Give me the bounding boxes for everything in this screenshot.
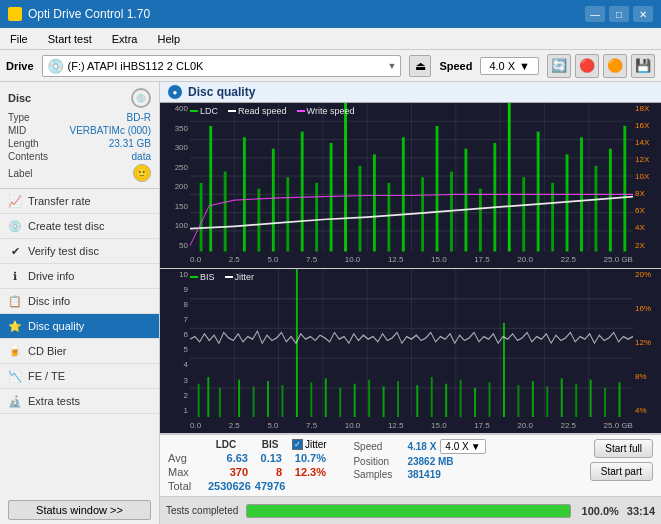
svg-rect-73: [397, 381, 399, 417]
disc-panel: Disc 💿 Type BD-R MID VERBATIMc (000) Len…: [0, 82, 159, 189]
svg-rect-83: [546, 386, 548, 417]
speed-key: Speed: [353, 441, 403, 452]
sidebar-item-transfer-rate-label: Transfer rate: [28, 195, 91, 207]
svg-rect-32: [436, 126, 439, 252]
stats-bar: LDC BIS ✓ Jitter Avg 6.63 0.13 10.7% Max: [160, 434, 661, 496]
position-row: Position 23862 MB: [353, 456, 485, 467]
chart-bottom-plot: [190, 269, 633, 418]
svg-rect-39: [537, 132, 540, 252]
sidebar-item-extra-tests-label: Extra tests: [28, 395, 80, 407]
svg-rect-16: [200, 183, 203, 252]
menu-extra[interactable]: Extra: [106, 32, 144, 46]
svg-rect-72: [383, 386, 385, 417]
legend-read-speed: Read speed: [228, 106, 287, 116]
sidebar-item-drive-info-label: Drive info: [28, 270, 74, 282]
sidebar-item-drive-info[interactable]: ℹ Drive info: [0, 264, 159, 289]
speed-select-control[interactable]: 4.0 X ▼: [440, 439, 485, 454]
eject-button[interactable]: ⏏: [409, 55, 431, 77]
stats-total-row: Total 2530626 47976: [168, 480, 329, 492]
start-full-button[interactable]: Start full: [594, 439, 653, 458]
sidebar-item-fe-te[interactable]: 📉 FE / TE: [0, 364, 159, 389]
svg-rect-63: [253, 386, 255, 417]
sidebar-item-create-test-disc-label: Create test disc: [28, 220, 104, 232]
svg-rect-85: [575, 383, 577, 417]
legend-write-speed-label: Write speed: [307, 106, 355, 116]
legend-read-speed-label: Read speed: [238, 106, 287, 116]
sidebar-item-transfer-rate[interactable]: 📈 Transfer rate: [0, 189, 159, 214]
stats-header-row: LDC BIS ✓ Jitter: [204, 439, 329, 450]
disc-mid-row: MID VERBATIMc (000): [8, 125, 151, 136]
jitter-checkbox-row[interactable]: ✓ Jitter: [292, 439, 327, 450]
chart-top-svg: [190, 103, 633, 252]
progress-track: [246, 504, 571, 518]
chart-bottom-svg: [190, 269, 633, 418]
disc-label-label: Label: [8, 168, 32, 179]
svg-rect-86: [590, 379, 592, 417]
svg-rect-27: [359, 166, 362, 252]
sidebar-item-verify-test-disc-label: Verify test disc: [28, 245, 99, 257]
sidebar-item-extra-tests[interactable]: 🔬 Extra tests: [0, 389, 159, 414]
menu-file[interactable]: File: [4, 32, 34, 46]
drive-info-icon: ℹ: [8, 269, 22, 283]
settings-button[interactable]: 🔴: [575, 54, 599, 78]
disc-contents-value: data: [132, 151, 151, 162]
avg-ldc: 6.63: [208, 452, 248, 464]
save-button[interactable]: 💾: [631, 54, 655, 78]
menu-bar: File Start test Extra Help: [0, 28, 661, 50]
progress-bar-container: Tests completed 100.0% 33:14: [160, 496, 661, 524]
start-part-button[interactable]: Start part: [590, 462, 653, 481]
fe-te-icon: 📉: [8, 369, 22, 383]
legend-read-speed-dot: [228, 110, 236, 112]
title-bar-controls: — □ ✕: [585, 6, 653, 22]
sidebar-item-disc-info[interactable]: 📋 Disc info: [0, 289, 159, 314]
disc-panel-icon: 💿: [131, 88, 151, 108]
chart-top-plot: [190, 103, 633, 252]
sidebar-item-disc-quality[interactable]: ⭐ Disc quality: [0, 314, 159, 339]
svg-rect-60: [207, 377, 209, 418]
info-button[interactable]: 🟠: [603, 54, 627, 78]
samples-key: Samples: [353, 469, 403, 480]
maximize-button[interactable]: □: [609, 6, 629, 22]
svg-rect-23: [301, 132, 304, 252]
jitter-checkbox[interactable]: ✓: [292, 439, 303, 450]
disc-quality-icon: ⭐: [8, 319, 22, 333]
disc-mid-label: MID: [8, 125, 26, 136]
svg-rect-59: [198, 383, 200, 417]
disc-length-row: Length 23.31 GB: [8, 138, 151, 149]
svg-rect-69: [339, 387, 341, 417]
legend-jitter: Jitter: [225, 272, 255, 282]
total-ldc: 2530626: [208, 480, 251, 492]
sidebar-item-cd-bier[interactable]: 🍺 CD Bier: [0, 339, 159, 364]
status-window-button[interactable]: Status window >>: [8, 500, 151, 520]
max-ldc: 370: [208, 466, 248, 478]
svg-rect-62: [238, 379, 240, 417]
sidebar-item-verify-test-disc[interactable]: ✔ Verify test disc: [0, 239, 159, 264]
drive-select[interactable]: 💿 (F:) ATAPI iHBS112 2 CL0K ▼: [42, 55, 402, 77]
svg-rect-34: [464, 149, 467, 252]
ldc-header: LDC: [204, 439, 248, 450]
svg-rect-35: [479, 189, 482, 252]
speed-select-value: 4.0 X: [445, 441, 468, 452]
speed-select[interactable]: 4.0 X ▼: [480, 57, 539, 75]
refresh-button[interactable]: 🔄: [547, 54, 571, 78]
sidebar-item-create-test-disc[interactable]: 💿 Create test disc: [0, 214, 159, 239]
svg-rect-20: [257, 189, 260, 252]
stats-table: LDC BIS ✓ Jitter Avg 6.63 0.13 10.7% Max: [168, 439, 329, 492]
menu-start-test[interactable]: Start test: [42, 32, 98, 46]
minimize-button[interactable]: —: [585, 6, 605, 22]
disc-label-smiley[interactable]: 🙂: [133, 164, 151, 182]
close-button[interactable]: ✕: [633, 6, 653, 22]
sidebar: Disc 💿 Type BD-R MID VERBATIMc (000) Len…: [0, 82, 160, 524]
legend-ldc-label: LDC: [200, 106, 218, 116]
position-key: Position: [353, 456, 403, 467]
disc-contents-row: Contents data: [8, 151, 151, 162]
samples-value: 381419: [407, 469, 440, 480]
jitter-header: Jitter: [305, 439, 327, 450]
svg-rect-77: [460, 379, 462, 417]
menu-help[interactable]: Help: [151, 32, 186, 46]
content-header: ● Disc quality: [160, 82, 661, 103]
disc-type-label: Type: [8, 112, 30, 123]
sidebar-item-cd-bier-label: CD Bier: [28, 345, 67, 357]
svg-rect-24: [315, 183, 318, 252]
speed-dropdown-arrow: ▼: [519, 60, 530, 72]
